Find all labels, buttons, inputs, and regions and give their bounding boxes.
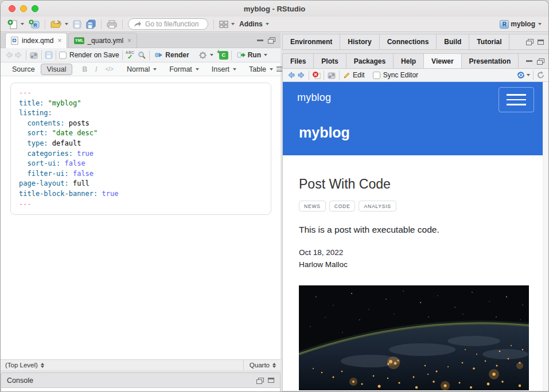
tab-environment[interactable]: Environment [283,34,340,49]
refresh-icon[interactable] [536,71,545,79]
addins-button[interactable]: Addins [237,19,271,29]
blog-banner: myblog myblog [283,82,544,155]
yml-file-icon: YML [74,37,84,44]
gear-icon [198,51,207,60]
save-icon-disabled [45,51,53,59]
tab-connections[interactable]: Connections [380,34,437,49]
viewer-back-icon[interactable] [287,72,295,79]
open-in-new-window-icon[interactable] [327,72,336,79]
maximize-pane-icon[interactable] [268,37,275,43]
scope-selector[interactable]: (Top Level) [5,362,38,369]
hamburger-menu-button[interactable] [499,87,534,112]
titlebar: myblog - RStudio [1,1,548,17]
blog-navbar-title[interactable]: myblog [297,92,331,104]
post-description[interactable]: This is a post with executable code. [299,225,529,235]
tab-help[interactable]: Help [394,54,424,68]
project-menu-button[interactable]: R myblog [497,19,544,30]
minimize-pane-icon[interactable] [257,40,263,41]
paragraph-style-dropdown[interactable]: Normal [123,65,160,73]
viewer-toolbar: Edit Sync Editor [283,69,549,82]
dropdown-caret [153,68,157,70]
italic-button[interactable]: I [95,65,97,73]
env-pane-buttons [526,39,549,45]
table-menu[interactable]: Table [246,65,277,73]
zoom-window-button[interactable] [32,5,38,12]
post-title-link[interactable]: Post With Code [299,177,529,191]
open-in-new-window-icon[interactable] [29,52,38,59]
filetype-selector[interactable]: Quarto [243,360,276,370]
new-file-caret [21,23,24,25]
restore-pane-icon[interactable] [526,39,533,45]
open-file-button[interactable] [48,19,71,30]
editor-canvas[interactable]: ---title: "myblog"listing: contents: pos… [1,76,281,359]
insert-menu-label: Insert [212,65,229,73]
new-project-button[interactable]: R [26,18,42,30]
close-tab-icon[interactable]: × [57,38,61,44]
restore-pane-icon[interactable] [256,378,263,383]
save-all-button[interactable] [84,18,98,30]
tab-files[interactable]: Files [283,54,314,68]
edit-pencil-icon[interactable] [342,72,351,79]
console-title: Console [7,377,33,385]
files-pane: Files Plots Packages Help Viewer Present… [282,53,549,391]
tab-tutorial[interactable]: Tutorial [469,34,509,49]
tab-index-qmd[interactable]: index.qmd × [5,33,67,48]
console-pane-header[interactable]: Console [1,373,281,388]
close-window-button[interactable] [9,5,15,12]
insert-chunk-icon[interactable]: C [219,51,228,60]
tab-history[interactable]: History [340,34,379,49]
tab-plots[interactable]: Plots [314,54,346,68]
insert-menu[interactable]: Insert [208,65,240,73]
code-button[interactable]: </> [105,66,113,72]
post-meta: Oct 18, 2022 Harlow Malloc [299,246,529,271]
tab-viewer[interactable]: Viewer [424,54,461,68]
tab-quarto-yml[interactable]: YML _quarto.yml × [68,33,137,48]
viewer-forward-icon[interactable] [298,72,306,79]
toolbar-separator [122,19,123,29]
render-options-button[interactable] [196,50,216,61]
rstudio-window: myblog - RStudio R [0,0,549,392]
maximize-pane-icon[interactable] [537,58,544,64]
maximize-pane-icon[interactable] [538,40,544,45]
publish-icon[interactable] [516,71,525,79]
viewer-content: myblog myblog Post With Code NEWS CODE A… [283,82,549,391]
goto-placeholder: Go to file/function [145,20,198,28]
run-button[interactable]: Run [235,50,270,60]
render-button[interactable]: Render [153,50,191,60]
tab-presentation[interactable]: Presentation [462,54,519,68]
minimize-window-button[interactable] [20,5,27,12]
window-title: myblog - RStudio [1,5,548,13]
minimize-pane-icon[interactable] [526,60,532,62]
pane-layout-button[interactable] [217,19,237,29]
addins-caret [266,23,269,25]
category-badge[interactable]: CODE [329,201,356,211]
format-menu-label: Format [169,65,192,73]
category-badge[interactable]: ANALYSIS [359,201,396,211]
sync-editor-checkbox[interactable] [373,72,380,79]
new-file-button[interactable] [5,18,26,30]
category-badge[interactable]: NEWS [299,201,326,211]
tab-build[interactable]: Build [437,34,469,49]
bold-button[interactable]: B [82,65,87,73]
goto-file-input[interactable]: Go to file/function [128,18,208,30]
project-label: myblog [511,20,535,28]
clear-viewer-icon[interactable] [312,71,321,79]
edit-label[interactable]: Edit [353,71,365,79]
find-replace-icon[interactable] [138,51,146,59]
spellcheck-icon[interactable]: ABC✓ [126,51,135,60]
toolbar-separator [101,19,102,29]
close-tab-icon[interactable]: × [127,38,131,44]
toolbar-separator [533,70,534,80]
maximize-pane-icon[interactable] [268,378,274,383]
toolbar-separator [26,50,26,60]
print-button[interactable] [104,19,119,30]
render-on-save-checkbox[interactable] [59,52,67,59]
visual-mode-button[interactable]: Visual [41,64,73,75]
save-button[interactable] [71,19,84,30]
viewer-scrollbar[interactable] [543,82,549,391]
format-menu[interactable]: Format [166,65,203,73]
earth-night-image[interactable] [299,285,529,390]
source-mode-button[interactable]: Source [6,64,41,75]
tab-packages[interactable]: Packages [346,54,394,68]
yaml-metadata-block[interactable]: ---title: "myblog"listing: contents: pos… [10,83,271,215]
